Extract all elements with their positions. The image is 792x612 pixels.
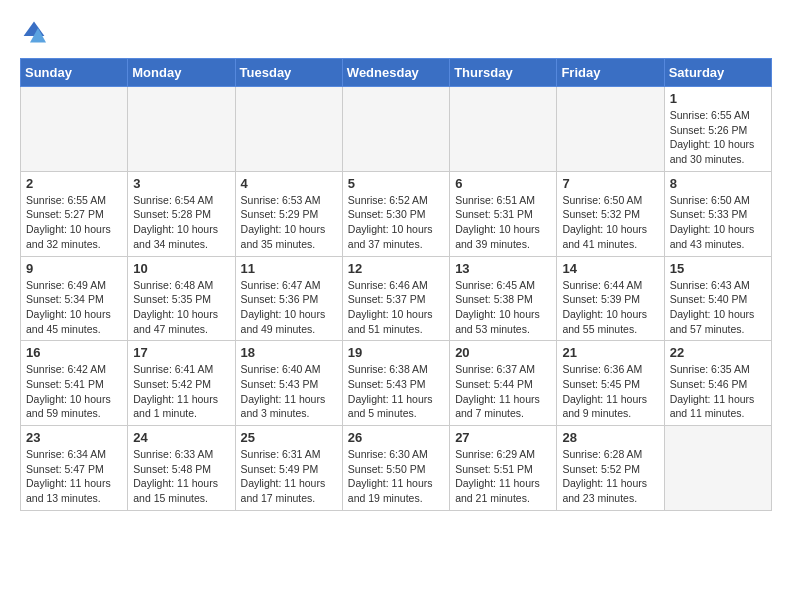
calendar-day-cell: 28Sunrise: 6:28 AM Sunset: 5:52 PM Dayli…	[557, 426, 664, 511]
calendar-day-cell: 13Sunrise: 6:45 AM Sunset: 5:38 PM Dayli…	[450, 256, 557, 341]
day-number: 2	[26, 176, 122, 191]
day-info: Sunrise: 6:33 AM Sunset: 5:48 PM Dayligh…	[133, 447, 229, 506]
calendar-day-cell	[450, 87, 557, 172]
calendar-day-cell: 21Sunrise: 6:36 AM Sunset: 5:45 PM Dayli…	[557, 341, 664, 426]
day-number: 25	[241, 430, 337, 445]
calendar-day-cell	[128, 87, 235, 172]
day-number: 22	[670, 345, 766, 360]
calendar-day-cell: 18Sunrise: 6:40 AM Sunset: 5:43 PM Dayli…	[235, 341, 342, 426]
logo-icon	[22, 20, 46, 44]
day-number: 12	[348, 261, 444, 276]
day-info: Sunrise: 6:52 AM Sunset: 5:30 PM Dayligh…	[348, 193, 444, 252]
calendar-day-cell: 22Sunrise: 6:35 AM Sunset: 5:46 PM Dayli…	[664, 341, 771, 426]
day-info: Sunrise: 6:34 AM Sunset: 5:47 PM Dayligh…	[26, 447, 122, 506]
day-info: Sunrise: 6:36 AM Sunset: 5:45 PM Dayligh…	[562, 362, 658, 421]
calendar-week-row: 16Sunrise: 6:42 AM Sunset: 5:41 PM Dayli…	[21, 341, 772, 426]
calendar-day-cell: 17Sunrise: 6:41 AM Sunset: 5:42 PM Dayli…	[128, 341, 235, 426]
day-number: 6	[455, 176, 551, 191]
calendar-week-row: 23Sunrise: 6:34 AM Sunset: 5:47 PM Dayli…	[21, 426, 772, 511]
day-number: 20	[455, 345, 551, 360]
calendar-day-cell	[21, 87, 128, 172]
day-number: 10	[133, 261, 229, 276]
day-number: 4	[241, 176, 337, 191]
day-info: Sunrise: 6:46 AM Sunset: 5:37 PM Dayligh…	[348, 278, 444, 337]
day-info: Sunrise: 6:48 AM Sunset: 5:35 PM Dayligh…	[133, 278, 229, 337]
calendar-day-cell: 4Sunrise: 6:53 AM Sunset: 5:29 PM Daylig…	[235, 171, 342, 256]
day-number: 5	[348, 176, 444, 191]
calendar-day-cell: 8Sunrise: 6:50 AM Sunset: 5:33 PM Daylig…	[664, 171, 771, 256]
calendar-day-cell: 3Sunrise: 6:54 AM Sunset: 5:28 PM Daylig…	[128, 171, 235, 256]
day-info: Sunrise: 6:43 AM Sunset: 5:40 PM Dayligh…	[670, 278, 766, 337]
calendar-day-cell: 16Sunrise: 6:42 AM Sunset: 5:41 PM Dayli…	[21, 341, 128, 426]
calendar-day-cell: 7Sunrise: 6:50 AM Sunset: 5:32 PM Daylig…	[557, 171, 664, 256]
weekday-header: Wednesday	[342, 59, 449, 87]
calendar-day-cell: 26Sunrise: 6:30 AM Sunset: 5:50 PM Dayli…	[342, 426, 449, 511]
weekday-header: Thursday	[450, 59, 557, 87]
day-number: 17	[133, 345, 229, 360]
calendar-day-cell	[664, 426, 771, 511]
day-info: Sunrise: 6:47 AM Sunset: 5:36 PM Dayligh…	[241, 278, 337, 337]
day-number: 11	[241, 261, 337, 276]
day-info: Sunrise: 6:50 AM Sunset: 5:33 PM Dayligh…	[670, 193, 766, 252]
calendar-day-cell: 5Sunrise: 6:52 AM Sunset: 5:30 PM Daylig…	[342, 171, 449, 256]
calendar-day-cell: 25Sunrise: 6:31 AM Sunset: 5:49 PM Dayli…	[235, 426, 342, 511]
day-info: Sunrise: 6:37 AM Sunset: 5:44 PM Dayligh…	[455, 362, 551, 421]
day-info: Sunrise: 6:55 AM Sunset: 5:26 PM Dayligh…	[670, 108, 766, 167]
day-number: 14	[562, 261, 658, 276]
calendar-day-cell: 23Sunrise: 6:34 AM Sunset: 5:47 PM Dayli…	[21, 426, 128, 511]
day-number: 19	[348, 345, 444, 360]
weekday-header: Saturday	[664, 59, 771, 87]
weekday-header: Monday	[128, 59, 235, 87]
day-number: 13	[455, 261, 551, 276]
svg-marker-0	[24, 22, 45, 36]
day-number: 28	[562, 430, 658, 445]
calendar-day-cell: 20Sunrise: 6:37 AM Sunset: 5:44 PM Dayli…	[450, 341, 557, 426]
day-number: 24	[133, 430, 229, 445]
calendar-day-cell: 15Sunrise: 6:43 AM Sunset: 5:40 PM Dayli…	[664, 256, 771, 341]
day-number: 27	[455, 430, 551, 445]
day-number: 1	[670, 91, 766, 106]
day-number: 8	[670, 176, 766, 191]
calendar-day-cell: 6Sunrise: 6:51 AM Sunset: 5:31 PM Daylig…	[450, 171, 557, 256]
day-number: 23	[26, 430, 122, 445]
day-number: 3	[133, 176, 229, 191]
calendar-day-cell: 10Sunrise: 6:48 AM Sunset: 5:35 PM Dayli…	[128, 256, 235, 341]
day-info: Sunrise: 6:55 AM Sunset: 5:27 PM Dayligh…	[26, 193, 122, 252]
calendar-day-cell: 19Sunrise: 6:38 AM Sunset: 5:43 PM Dayli…	[342, 341, 449, 426]
day-info: Sunrise: 6:29 AM Sunset: 5:51 PM Dayligh…	[455, 447, 551, 506]
calendar-day-cell: 24Sunrise: 6:33 AM Sunset: 5:48 PM Dayli…	[128, 426, 235, 511]
day-number: 18	[241, 345, 337, 360]
day-info: Sunrise: 6:40 AM Sunset: 5:43 PM Dayligh…	[241, 362, 337, 421]
day-info: Sunrise: 6:54 AM Sunset: 5:28 PM Dayligh…	[133, 193, 229, 252]
calendar-day-cell: 14Sunrise: 6:44 AM Sunset: 5:39 PM Dayli…	[557, 256, 664, 341]
day-info: Sunrise: 6:42 AM Sunset: 5:41 PM Dayligh…	[26, 362, 122, 421]
day-number: 15	[670, 261, 766, 276]
day-info: Sunrise: 6:41 AM Sunset: 5:42 PM Dayligh…	[133, 362, 229, 421]
calendar-day-cell	[342, 87, 449, 172]
calendar-table: SundayMondayTuesdayWednesdayThursdayFrid…	[20, 58, 772, 511]
day-info: Sunrise: 6:38 AM Sunset: 5:43 PM Dayligh…	[348, 362, 444, 421]
day-info: Sunrise: 6:28 AM Sunset: 5:52 PM Dayligh…	[562, 447, 658, 506]
day-number: 9	[26, 261, 122, 276]
calendar-week-row: 9Sunrise: 6:49 AM Sunset: 5:34 PM Daylig…	[21, 256, 772, 341]
calendar-day-cell: 1Sunrise: 6:55 AM Sunset: 5:26 PM Daylig…	[664, 87, 771, 172]
day-info: Sunrise: 6:44 AM Sunset: 5:39 PM Dayligh…	[562, 278, 658, 337]
weekday-header: Friday	[557, 59, 664, 87]
day-info: Sunrise: 6:45 AM Sunset: 5:38 PM Dayligh…	[455, 278, 551, 337]
day-number: 7	[562, 176, 658, 191]
calendar-day-cell: 27Sunrise: 6:29 AM Sunset: 5:51 PM Dayli…	[450, 426, 557, 511]
day-info: Sunrise: 6:35 AM Sunset: 5:46 PM Dayligh…	[670, 362, 766, 421]
day-info: Sunrise: 6:30 AM Sunset: 5:50 PM Dayligh…	[348, 447, 444, 506]
day-info: Sunrise: 6:49 AM Sunset: 5:34 PM Dayligh…	[26, 278, 122, 337]
day-info: Sunrise: 6:51 AM Sunset: 5:31 PM Dayligh…	[455, 193, 551, 252]
day-number: 26	[348, 430, 444, 445]
day-number: 16	[26, 345, 122, 360]
calendar-day-cell: 9Sunrise: 6:49 AM Sunset: 5:34 PM Daylig…	[21, 256, 128, 341]
calendar-day-cell: 12Sunrise: 6:46 AM Sunset: 5:37 PM Dayli…	[342, 256, 449, 341]
logo	[20, 20, 46, 48]
weekday-header: Tuesday	[235, 59, 342, 87]
calendar-day-cell: 11Sunrise: 6:47 AM Sunset: 5:36 PM Dayli…	[235, 256, 342, 341]
calendar-day-cell: 2Sunrise: 6:55 AM Sunset: 5:27 PM Daylig…	[21, 171, 128, 256]
calendar-week-row: 1Sunrise: 6:55 AM Sunset: 5:26 PM Daylig…	[21, 87, 772, 172]
calendar-day-cell	[235, 87, 342, 172]
